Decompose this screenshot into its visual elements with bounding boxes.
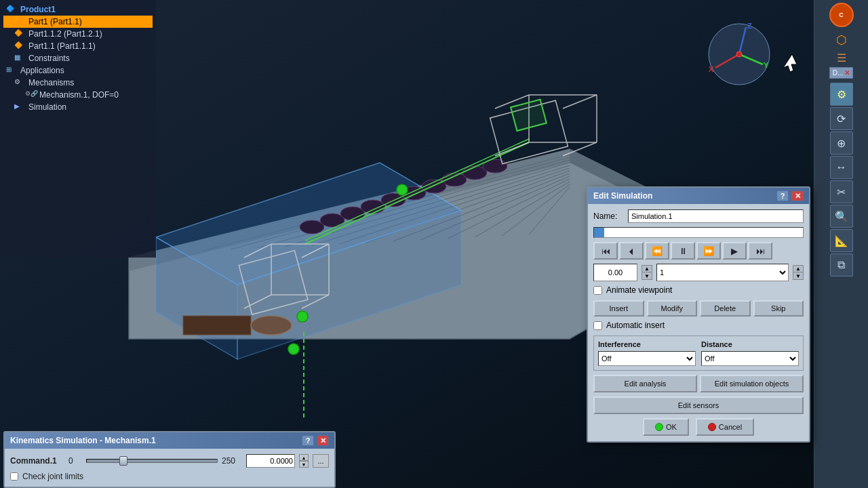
panel-close-btn[interactable]: ✕ <box>844 69 850 77</box>
animate-viewpoint-row: Animate viewpoint <box>593 285 804 295</box>
svg-point-32 <box>397 184 408 195</box>
constraint-icon: ▦ <box>14 54 26 63</box>
tree-item-part1-1-1[interactable]: 🔶 Part1.1 (Part1.1.1) <box>3 40 153 52</box>
kinematics-help-btn[interactable]: ? <box>302 435 314 446</box>
interference-section: Interference Off On Distance Off On <box>593 336 804 371</box>
name-row: Name: <box>593 209 804 223</box>
edit-simulation-titlebar: Edit Simulation ? ✕ <box>588 188 809 204</box>
tree-item-mechanism1[interactable]: ⚙🔗 Mechanism.1, DOF=0 <box>3 89 153 101</box>
step-forward-btn[interactable]: ⏩ <box>696 242 721 260</box>
tree-item-constraints[interactable]: ▦ Constraints <box>3 52 153 64</box>
edit-analysis-row: Edit analysis Edit simulation objects <box>593 375 804 392</box>
play-backward-btn[interactable]: ⏴ <box>619 242 644 260</box>
catia-logo: C <box>829 3 854 27</box>
command-value-input[interactable] <box>246 454 295 468</box>
panel-indicator[interactable]: D... ✕ <box>829 67 854 79</box>
cmd-min-value: 0 <box>68 456 82 466</box>
slider-track[interactable] <box>86 459 218 463</box>
tree-item-part1-1-2[interactable]: 🔶 Part1.1.2 (Part1.2.1) <box>3 28 153 40</box>
command-spin-down[interactable]: ▼ <box>299 461 309 468</box>
time-spin-up[interactable]: ▲ <box>642 266 652 272</box>
edit-sensors-btn[interactable]: Edit sensors <box>593 396 804 414</box>
check-joint-limits-checkbox[interactable] <box>10 472 18 481</box>
cancel-btn[interactable]: Cancel <box>696 418 754 436</box>
kinematics-titlebar: Kinematics Simulation - Mechanism.1 ? ✕ <box>5 432 334 449</box>
dialog-help-btn[interactable]: ? <box>776 190 789 201</box>
automatic-insert-label: Automatic insert <box>606 321 665 330</box>
product-icon: 🔷 <box>6 5 18 14</box>
check-joint-limits-row: Check joint limits <box>10 472 329 481</box>
tree-panel: 🔷 Product1 🔶 Part1 (Part1.1) 🔶 Part1.1.2… <box>0 0 156 258</box>
toolbar-btn-7[interactable]: ⧉ <box>830 253 853 277</box>
toolbar-btn-4[interactable]: ✂ <box>830 180 853 203</box>
distance-group: Distance Off On <box>701 340 799 366</box>
command-spin-up[interactable]: ▲ <box>299 454 309 461</box>
edit-sensors-row: Edit sensors <box>593 396 804 414</box>
mech-icon: ⚙ <box>14 78 26 87</box>
time-spin[interactable]: ▲ ▼ <box>642 265 652 280</box>
command-row: Command.1 0 250 ▲ ▼ ... <box>10 454 329 468</box>
svg-point-65 <box>736 52 742 57</box>
dialog-title-buttons: ? ✕ <box>776 190 804 201</box>
tree-item-part1-1[interactable]: 🔶 Part1 (Part1.1) <box>3 16 153 28</box>
skip-btn[interactable]: Skip <box>753 300 804 317</box>
play-end-btn[interactable]: ⏭ <box>748 242 772 260</box>
speed-spin[interactable]: ▲ ▼ <box>793 265 804 280</box>
step-back-btn[interactable]: ⏪ <box>645 242 669 260</box>
play-back-end-btn[interactable]: ⏮ <box>593 242 618 260</box>
mech1-icon: ⚙🔗 <box>25 90 37 100</box>
slider-thumb[interactable] <box>119 456 127 466</box>
time-input[interactable] <box>593 264 637 281</box>
animate-viewpoint-checkbox[interactable] <box>593 286 602 295</box>
name-input[interactable] <box>628 209 804 223</box>
toolbar-btn-1[interactable]: ⟳ <box>830 107 853 130</box>
edit-simulation-content: Name: ⏮ ⏴ ⏪ ⏸ ⏩ ▶ ⏭ ▲ ▼ 1 2 <box>588 204 809 441</box>
speed-select[interactable]: 1 2 4 0.5 <box>656 264 789 281</box>
name-label: Name: <box>593 211 624 221</box>
time-spin-down[interactable]: ▼ <box>642 272 652 279</box>
svg-point-56 <box>251 316 292 335</box>
svg-point-33 <box>297 311 308 322</box>
interference-dropdown[interactable]: Off On <box>598 351 696 366</box>
automatic-insert-checkbox[interactable] <box>593 321 602 330</box>
auto-insert-row: Automatic insert <box>593 321 804 330</box>
part-icon-2: 🔶 <box>14 29 26 39</box>
pause-btn[interactable]: ⏸ <box>671 242 695 260</box>
edit-simulation-objects-btn[interactable]: Edit simulation objects <box>700 375 804 392</box>
toolbar-icon-1[interactable]: ⬡ <box>836 33 847 47</box>
insert-btn[interactable]: Insert <box>593 300 644 317</box>
tree-item-simulation[interactable]: ▶ Simulation <box>3 101 153 113</box>
command-spin-btns[interactable]: ▲ ▼ <box>299 454 309 468</box>
edit-analysis-btn[interactable]: Edit analysis <box>593 375 697 392</box>
toolbar-kinematics-btn[interactable]: ⚙ <box>830 83 853 106</box>
kinematics-close-btn[interactable]: ✕ <box>317 435 329 446</box>
command-ellipsis-btn[interactable]: ... <box>313 454 329 468</box>
kinematics-content: Command.1 0 250 ▲ ▼ ... Check joint limi… <box>5 449 334 487</box>
speed-spin-down[interactable]: ▼ <box>793 272 803 279</box>
edit-simulation-dialog: Edit Simulation ? ✕ Name: ⏮ ⏴ ⏪ ⏸ ⏩ ▶ ⏭ <box>587 186 810 443</box>
kinematics-title-buttons: ? ✕ <box>302 435 329 446</box>
distance-dropdown[interactable]: Off On <box>701 351 799 366</box>
interference-group: Interference Off On <box>598 340 696 366</box>
toolbar-icon-2[interactable]: ☰ <box>837 52 846 64</box>
dialog-close-btn[interactable]: ✕ <box>791 190 804 201</box>
tree-item-applications[interactable]: ⊞ Applications <box>3 64 153 77</box>
kinematics-simulation-panel: Kinematics Simulation - Mechanism.1 ? ✕ … <box>3 431 336 488</box>
tree-item-product1[interactable]: 🔷 Product1 <box>3 3 153 16</box>
play-forward-btn[interactable]: ▶ <box>722 242 747 260</box>
toolbar-btn-3[interactable]: ↔ <box>830 156 853 179</box>
ok-btn[interactable]: OK <box>643 418 689 436</box>
svg-text:Y: Y <box>764 61 769 69</box>
toolbar-btn-2[interactable]: ⊕ <box>830 131 853 155</box>
ok-green-indicator <box>655 423 663 431</box>
svg-rect-55 <box>183 316 251 335</box>
animate-viewpoint-label: Animate viewpoint <box>606 285 672 295</box>
interference-label: Interference <box>598 340 696 348</box>
toolbar-btn-5[interactable]: 🔍 <box>830 205 853 228</box>
modify-btn[interactable]: Modify <box>647 300 698 317</box>
delete-btn[interactable]: Delete <box>700 300 751 317</box>
speed-spin-up[interactable]: ▲ <box>793 266 803 272</box>
progress-bar-container[interactable] <box>593 227 804 238</box>
tree-item-mechanisms[interactable]: ⚙ Mechanisms <box>3 77 153 89</box>
toolbar-btn-6[interactable]: 📐 <box>830 229 853 252</box>
